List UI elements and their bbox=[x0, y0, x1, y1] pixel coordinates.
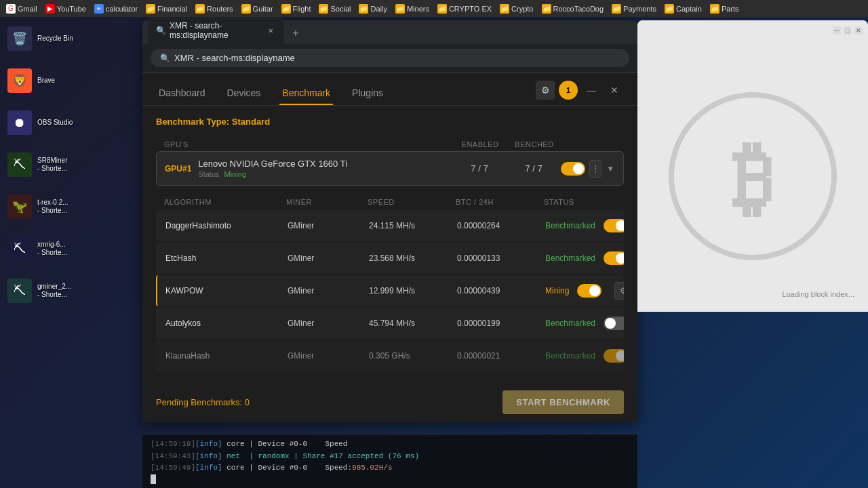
right-window-content: ₿ Loading block index... bbox=[637, 41, 868, 312]
tab-dashboard[interactable]: Dashboard bbox=[156, 82, 208, 105]
taskbar-social[interactable]: 📁 Social bbox=[315, 3, 354, 15]
gmail-icon: G bbox=[6, 4, 16, 14]
tab-close-button[interactable]: ✕ bbox=[267, 25, 275, 36]
taskbar-youtube[interactable]: ▶ YouTube bbox=[42, 3, 90, 15]
gpu-table-header: GPU'S ENABLED BENCHED bbox=[156, 138, 624, 151]
taskbar-calc-label: calculator bbox=[106, 5, 138, 13]
algo-dagger-toggle[interactable] bbox=[604, 219, 624, 232]
app-body: Benchmark Type: Standard GPU'S ENABLED B… bbox=[142, 106, 637, 382]
algo-dagger-speed: 24.115 MH/s bbox=[369, 221, 457, 230]
tab-benchmark[interactable]: Benchmark bbox=[279, 82, 333, 105]
app-window: Dashboard Devices Benchmark Plugins ⚙ 1 … bbox=[142, 73, 637, 422]
notification-button[interactable]: 1 bbox=[559, 81, 578, 100]
algo-klaunahash-status: Benchmarked bbox=[545, 351, 595, 361]
benchmark-type: Benchmark Type: Standard bbox=[156, 117, 624, 127]
algo-etchash-toggle-cell bbox=[595, 251, 624, 265]
app-nav-tabs: Dashboard Devices Benchmark Plugins bbox=[156, 82, 386, 104]
algo-kawpow-speed: 12.999 MH/s bbox=[369, 286, 457, 296]
taskbar-routers[interactable]: 📁 Routers bbox=[192, 3, 237, 15]
desktop-icon-brave[interactable]: 🦁 Brave bbox=[3, 66, 139, 96]
address-text: XMR - search-ms:displayname bbox=[174, 53, 295, 63]
brave-icon: 🦁 bbox=[7, 68, 32, 93]
taskbar-flight[interactable]: 📁 Flight bbox=[278, 3, 315, 15]
taskbar-payments[interactable]: 📁 Payments bbox=[608, 3, 660, 15]
gpu-toggle[interactable] bbox=[561, 162, 585, 176]
address-input[interactable]: 🔍 XMR - search-ms:displayname bbox=[151, 49, 629, 67]
minimize-button[interactable]: — bbox=[582, 81, 601, 100]
right-win-close[interactable]: ✕ bbox=[854, 26, 863, 35]
desktop-icon-gminer[interactable]: ⛏ gminer_2...- Shorte... bbox=[3, 276, 139, 306]
desktop-icon-recycle[interactable]: 🗑️ Recycle Bin bbox=[3, 24, 139, 54]
taskbar-financial[interactable]: 📁 Financial bbox=[142, 3, 191, 15]
taskbar-crypto-ex[interactable]: 📁 CRYPTO EX bbox=[434, 3, 495, 15]
algo-row-kawpow: KAWPOW GMiner 12.999 MH/s 0.00000439 Min… bbox=[156, 275, 624, 306]
algo-row-klaunahash: KlaunaHash GMiner 0.305 GH/s 0.00000021 … bbox=[156, 340, 624, 371]
start-benchmark-button[interactable]: START BENCHMARK bbox=[502, 390, 624, 414]
term-speed-value: 985.02H/s bbox=[352, 462, 392, 474]
desktop-icon-trex[interactable]: 🦖 t-rex-0.2...- Shorte... bbox=[3, 192, 139, 222]
algo-kawpow-toggle[interactable] bbox=[577, 284, 601, 298]
taskbar-calculator[interactable]: ≡ calculator bbox=[91, 3, 141, 15]
desktop-icon-sr8miner[interactable]: ⛏ SR8Miner- Shorte... bbox=[3, 150, 139, 180]
taskbar-daily-label: Daily bbox=[370, 5, 387, 13]
settings-button[interactable]: ⚙ bbox=[536, 81, 555, 100]
right-window-titlebar: — □ ✕ bbox=[637, 20, 868, 41]
terminal-line-2: [14:59:43] [info] net | randomx | Share … bbox=[151, 451, 629, 463]
new-tab-button[interactable]: + bbox=[286, 24, 305, 43]
right-win-maximize[interactable]: □ bbox=[844, 26, 852, 35]
taskbar-gmail[interactable]: G Gmail bbox=[3, 3, 41, 15]
desktop-icon-obs[interactable]: ⏺ OBS Studio bbox=[3, 108, 139, 138]
tab-devices[interactable]: Devices bbox=[224, 82, 264, 105]
tab-favicon: 🔍 bbox=[156, 26, 165, 35]
taskbar: G Gmail ▶ YouTube ≡ calculator 📁 Financi… bbox=[0, 0, 868, 17]
algo-autolykos-toggle-cell bbox=[595, 317, 624, 330]
youtube-icon: ▶ bbox=[45, 4, 55, 14]
algo-etchash-toggle[interactable] bbox=[604, 251, 624, 265]
gpu-expand-button[interactable]: ▼ bbox=[606, 162, 615, 176]
gpu-name: Lenovo NVIDIA GeForce GTX 1660 Ti bbox=[198, 159, 347, 169]
crypto-folder-icon: 📁 bbox=[500, 4, 509, 14]
taskbar-parts[interactable]: 📁 Parts bbox=[707, 3, 743, 15]
term-info-1: [info] bbox=[195, 439, 226, 451]
terminal-line-3: [14:59:49] [info] core | Device #0-0 Spe… bbox=[151, 462, 629, 474]
algo-autolykos-name: Autolykos bbox=[165, 319, 288, 328]
browser-tab-active[interactable]: 🔍 XMR - search-ms:displayname ✕ bbox=[148, 17, 283, 44]
gpu-header-enabled: ENABLED bbox=[453, 140, 507, 148]
gpu-benched-count: 7 / 7 bbox=[507, 163, 561, 174]
taskbar-crypto[interactable]: 📁 Crypto bbox=[496, 3, 536, 15]
gpu-header-gpus: GPU'S bbox=[164, 140, 453, 148]
taskbar-guitar[interactable]: 📁 Guitar bbox=[238, 3, 277, 15]
taskbar-gmail-label: Gmail bbox=[18, 5, 37, 13]
gpu-id: GPU#1 bbox=[165, 164, 191, 174]
benchmark-type-label: Benchmark Type: bbox=[156, 117, 229, 127]
taskbar-routers-label: Routers bbox=[207, 5, 233, 13]
taskbar-captain[interactable]: 📁 Captain bbox=[661, 3, 705, 15]
algo-row-etchash: EtcHash GMiner 23.568 MH/s 0.00000133 Be… bbox=[156, 243, 624, 274]
algo-autolykos-toggle[interactable] bbox=[604, 317, 624, 330]
rocco-folder-icon: 📁 bbox=[542, 4, 551, 14]
right-win-minimize[interactable]: — bbox=[833, 26, 841, 35]
xmrig-label: xmrig-6...- Shorte... bbox=[37, 241, 67, 257]
close-button[interactable]: ✕ bbox=[605, 81, 624, 100]
taskbar-miners[interactable]: 📁 Miners bbox=[392, 3, 433, 15]
gpu-info-button[interactable]: ⋮ bbox=[589, 160, 601, 178]
sr8miner-icon: ⛏ bbox=[7, 152, 32, 177]
algo-klaunahash-toggle[interactable] bbox=[604, 349, 624, 363]
tab-label: XMR - search-ms:displayname bbox=[170, 21, 262, 40]
calculator-icon: ≡ bbox=[94, 4, 104, 14]
tab-plugins[interactable]: Plugins bbox=[349, 82, 386, 105]
pending-benchmarks-label: Pending Benchmarks: bbox=[156, 397, 242, 407]
algo-kawpow-miner: GMiner bbox=[288, 286, 369, 296]
algo-kawpow-name: KAWPOW bbox=[165, 286, 288, 296]
taskbar-daily[interactable]: 📁 Daily bbox=[355, 3, 390, 15]
term-time-2: [14:59:43] bbox=[151, 451, 195, 463]
pending-benchmarks-value: 0 bbox=[245, 397, 250, 407]
terminal: [14:59:19] [info] core | Device #0-0 Spe… bbox=[142, 434, 637, 488]
algo-kawpow-settings-button[interactable]: ⚙ bbox=[614, 282, 624, 300]
taskbar-rocco[interactable]: 📁 RoccoTacoDog bbox=[538, 3, 608, 15]
desktop-icon-xmrig[interactable]: ⛏ xmrig-6...- Shorte... bbox=[3, 234, 139, 264]
algo-etchash-name: EtcHash bbox=[165, 253, 288, 263]
captain-folder-icon: 📁 bbox=[665, 4, 674, 14]
routers-folder-icon: 📁 bbox=[195, 4, 205, 14]
financial-folder-icon: 📁 bbox=[146, 4, 155, 14]
